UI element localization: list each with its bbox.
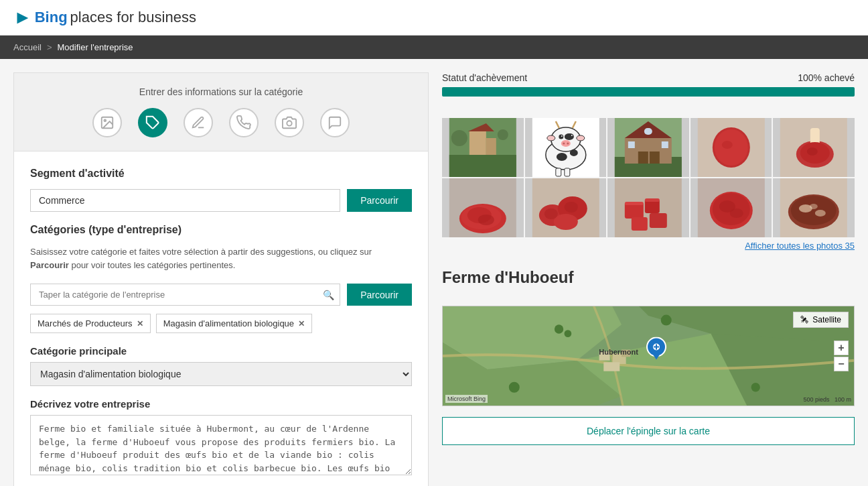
category-parcourir-btn[interactable]: Parcourir: [347, 284, 412, 306]
categories-desc: Saisissez votre catégorie et faites votr…: [30, 245, 412, 271]
step-camera[interactable]: [275, 108, 304, 137]
map-zoom-out[interactable]: −: [834, 357, 849, 371]
svg-point-20: [569, 134, 573, 139]
svg-point-70: [730, 208, 743, 218]
svg-rect-7: [486, 138, 496, 155]
svg-rect-27: [564, 168, 569, 176]
tag-magasin-label: Magasin d'alimentation biologique: [163, 318, 294, 328]
search-icon: 🔍: [323, 290, 334, 300]
svg-rect-26: [555, 168, 561, 176]
move-pin-btn[interactable]: Déplacer l'épingle sur la carte: [442, 417, 855, 445]
business-name: Ferme d'Huboeuf: [442, 268, 855, 287]
svg-point-91: [509, 382, 520, 393]
map-zoom-in[interactable]: +: [834, 341, 849, 355]
svg-point-25: [567, 143, 569, 145]
steps-bar: Entrer des informations sur la catégorie: [14, 73, 428, 151]
svg-point-87: [555, 324, 563, 333]
svg-rect-64: [625, 202, 644, 205]
category-search-wrap: 🔍: [30, 284, 340, 306]
svg-point-1: [104, 119, 106, 121]
tag-marches: Marchés de Producteurs ✕: [30, 314, 151, 333]
svg-rect-65: [645, 198, 660, 202]
categories-desc-part1: Saisissez votre catégorie et faites votr…: [30, 247, 372, 257]
main-category-select[interactable]: Magasin d'alimentation biologique Marché…: [30, 362, 412, 386]
categories-label: Catégories (type d'entreprise): [30, 224, 412, 236]
left-panel: Entrer des informations sur la catégorie: [13, 72, 429, 486]
photo-2: [525, 118, 607, 177]
header: ► Bing places for business: [0, 0, 868, 36]
svg-point-58: [564, 202, 577, 212]
svg-rect-62: [632, 217, 648, 231]
satellite-label: Satellite: [812, 315, 841, 324]
photo-10: [773, 178, 855, 237]
svg-rect-34: [638, 151, 648, 164]
steps-icons: [27, 108, 415, 137]
photo-5: [773, 118, 855, 177]
svg-rect-6: [469, 131, 486, 155]
photo-8: [607, 178, 689, 237]
breadcrumb: Accueil > Modifier l'entreprise: [0, 36, 868, 59]
svg-point-75: [815, 210, 826, 217]
svg-point-21: [561, 135, 562, 137]
describe-textarea[interactable]: Ferme bio et familiale située à Hubermon…: [30, 415, 412, 475]
svg-point-42: [722, 141, 733, 149]
svg-point-10: [498, 129, 508, 140]
describe-label: Décrivez votre entreprise: [30, 398, 412, 410]
svg-point-13: [551, 127, 580, 151]
photo-grid-section: Afficher toutes les photos 35: [442, 118, 855, 257]
map-location-label: Hubermont: [599, 348, 638, 356]
segment-parcourir-btn[interactable]: Parcourir: [347, 189, 412, 212]
svg-point-24: [563, 143, 565, 145]
segment-input[interactable]: [30, 189, 340, 212]
tag-magasin-remove[interactable]: ✕: [298, 319, 305, 328]
photo-7: [525, 178, 607, 237]
form-content: Segment d'activité Parcourir Catégories …: [14, 151, 428, 486]
satellite-icon: 🛰: [800, 315, 808, 324]
steps-title: Entrer des informations sur la catégorie: [27, 86, 415, 97]
tag-marches-remove[interactable]: ✕: [137, 319, 143, 328]
map-pin: [646, 337, 666, 365]
breadcrumb-current: Modifier l'entreprise: [58, 42, 133, 52]
segment-label: Segment d'activité: [30, 168, 412, 180]
svg-point-57: [544, 208, 557, 219]
logo: ► Bing places for business: [13, 7, 196, 28]
right-panel: Statut d'achèvement 100% achevé: [429, 72, 855, 486]
svg-point-76: [810, 204, 818, 209]
svg-point-3: [287, 121, 291, 125]
progress-pct: 100% achevé: [798, 72, 855, 83]
step-chat[interactable]: [320, 108, 350, 137]
map-copyright: 500 pieds 100 m: [803, 396, 851, 403]
bing-logo-b: ►: [13, 7, 32, 28]
map-zoom-controls: + −: [834, 341, 849, 371]
step-tools[interactable]: [184, 108, 213, 137]
svg-rect-85: [603, 362, 620, 371]
category-search-row: 🔍 Parcourir: [30, 284, 412, 306]
satellite-btn[interactable]: 🛰 Satellite: [793, 312, 849, 328]
breadcrumb-separator: >: [47, 42, 52, 52]
svg-point-52: [478, 215, 494, 225]
svg-rect-5: [449, 155, 516, 177]
photo-4: [691, 118, 772, 177]
categories-desc-bold: Parcourir: [30, 260, 69, 270]
step-tag[interactable]: [138, 108, 167, 137]
svg-point-89: [661, 315, 672, 326]
category-search-input[interactable]: [31, 284, 340, 305]
svg-point-18: [576, 135, 584, 141]
photo-grid: [442, 118, 855, 237]
svg-rect-37: [662, 141, 668, 148]
view-all-photos-link[interactable]: Afficher toutes les photos 35: [745, 241, 855, 251]
breadcrumb-home[interactable]: Accueil: [13, 42, 42, 52]
svg-point-41: [715, 129, 748, 166]
step-image[interactable]: [92, 108, 122, 137]
svg-rect-35: [650, 151, 660, 164]
svg-point-17: [547, 135, 555, 141]
progress-bar-fill: [442, 87, 855, 97]
svg-point-15: [569, 149, 577, 156]
svg-point-90: [751, 383, 760, 391]
categories-desc-part2: pour voir toutes les catégories pertinen…: [69, 260, 236, 270]
describe-wrap: Ferme bio et familiale située à Hubermon…: [30, 415, 412, 477]
svg-rect-63: [650, 213, 667, 228]
step-phone[interactable]: [229, 108, 259, 137]
map-footer: Microsoft Bing: [445, 395, 488, 403]
svg-point-56: [553, 214, 577, 230]
